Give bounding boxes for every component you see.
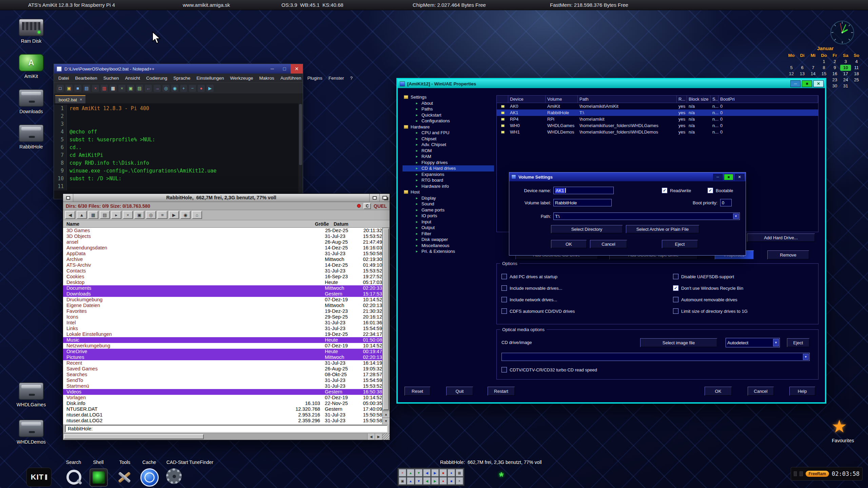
favourites-star-icon[interactable]: ★ bbox=[831, 416, 847, 436]
bootable-checkbox-row[interactable]: ✓ Bootable bbox=[708, 187, 733, 194]
tree-item[interactable]: Output bbox=[402, 225, 494, 231]
cd-image-select[interactable]: ▼ bbox=[501, 353, 810, 361]
column-header[interactable]: Datum bbox=[329, 220, 390, 227]
arranger-button[interactable]: ▣ bbox=[399, 477, 406, 485]
toolbar-icon[interactable]: ▦ bbox=[88, 211, 98, 219]
desktop-icon[interactable]: RabbitHole bbox=[12, 124, 51, 149]
resize-grip[interactable] bbox=[382, 433, 390, 440]
desktop-icon[interactable]: Ram Disk bbox=[12, 19, 51, 44]
arranger-button[interactable]: ■ bbox=[448, 477, 455, 485]
tree-item[interactable]: Chipset bbox=[402, 136, 494, 142]
panel-button-icon[interactable] bbox=[800, 471, 803, 476]
scrollbar-thumb[interactable] bbox=[383, 228, 389, 410]
search-icon[interactable] bbox=[65, 468, 83, 487]
desktop-icon[interactable]: WHDLDemos bbox=[12, 420, 51, 445]
file-row[interactable]: Searches 08-Okt-25 17:28:57 bbox=[63, 372, 382, 378]
read-write-checkbox-row[interactable]: ✓ Read/write bbox=[662, 187, 691, 194]
file-row[interactable]: Pictures Mittwoch 02:20:13 bbox=[63, 354, 382, 360]
option-checkbox-row[interactable]: ✓ Limit size of directory drives to 1G bbox=[673, 308, 748, 314]
cache-icon[interactable] bbox=[140, 468, 159, 487]
cancel-button[interactable]: Cancel bbox=[590, 240, 627, 248]
file-row[interactable]: Saved Games 26-Aug-25 19:05:32 bbox=[63, 366, 382, 372]
desktop-icon[interactable]: AmiKit bbox=[12, 54, 51, 79]
toolbar-icon[interactable]: □ bbox=[57, 85, 64, 92]
checkbox[interactable]: ✓ bbox=[501, 285, 507, 291]
file-row[interactable]: Druckumgebung 07-Dez-19 10:14:52 bbox=[63, 297, 382, 303]
volume-label-input[interactable]: RabbitHole bbox=[553, 199, 612, 206]
eject-button[interactable]: Eject bbox=[662, 240, 698, 248]
menu-item[interactable]: Werkzeuge bbox=[227, 76, 256, 81]
drive-row[interactable]: WH1 WHDLDemos \home\amikit\user_folders\… bbox=[497, 129, 818, 135]
file-row[interactable]: Desktop Heute 05:17:03 bbox=[63, 280, 382, 285]
tree-item[interactable]: Sound bbox=[402, 201, 494, 207]
menu-item[interactable]: Bearbeiten bbox=[72, 76, 100, 81]
toolbar-icon[interactable]: ▣ bbox=[134, 211, 144, 219]
boot-priority-input[interactable]: 0 bbox=[720, 199, 732, 206]
file-row[interactable]: ntuser.dat.LOG1 2.953.216 31-Jul-23 15:5… bbox=[63, 412, 382, 418]
toolbar-icon[interactable]: ▲ bbox=[77, 211, 87, 219]
toolbar-icon[interactable]: ≡ bbox=[157, 211, 167, 219]
toolbar-icon[interactable]: ◎ bbox=[162, 85, 170, 92]
file-row[interactable]: ntuser.dat.LOG2 2.359.296 31-Jul-23 15:5… bbox=[63, 418, 382, 424]
checkbox[interactable]: ✓ bbox=[501, 308, 507, 314]
menu-item[interactable]: Suchen bbox=[100, 76, 122, 81]
checkbox[interactable]: ✓ bbox=[662, 188, 667, 193]
file-row[interactable]: Documents Mittwoch 02:20:33 bbox=[63, 285, 382, 291]
close-icon[interactable]: ✕ bbox=[735, 174, 744, 180]
checkbox[interactable]: ✓ bbox=[673, 297, 678, 302]
tree-item[interactable]: Settings bbox=[402, 94, 494, 100]
minimize-icon[interactable]: ─ bbox=[713, 174, 723, 180]
scrollbar-thumb[interactable] bbox=[64, 434, 204, 439]
tree-item[interactable]: About bbox=[402, 100, 494, 106]
menu-item[interactable]: Datei bbox=[55, 76, 72, 81]
option-checkbox-row[interactable]: ✓ Include removable drives... bbox=[501, 285, 575, 291]
tree-item[interactable]: ROM bbox=[402, 148, 494, 154]
toolbar-icon[interactable]: ▣ bbox=[65, 85, 73, 92]
file-row[interactable]: Videos Gestern 16:50:38 bbox=[63, 389, 382, 395]
filemanager-titlebar[interactable]: RabbitHole, 662,7M frei, 2,3G benutzt, 7… bbox=[63, 194, 390, 202]
close-icon[interactable]: ✕ bbox=[813, 80, 824, 87]
tree-item[interactable]: Pri. & Extensions bbox=[402, 248, 494, 255]
file-row[interactable]: Music Heute 01:50:08 bbox=[63, 337, 382, 343]
menu-item[interactable]: Fenster bbox=[326, 76, 347, 81]
cancel-button[interactable]: Cancel bbox=[747, 386, 774, 396]
toolbar-icon[interactable]: ■ bbox=[74, 85, 81, 92]
toolbar-icon[interactable]: ◎ bbox=[146, 211, 156, 219]
checkbox[interactable]: ✓ bbox=[501, 274, 507, 279]
file-row[interactable]: Disk.info 16.103 22-Nov-25 05:00:35 bbox=[63, 401, 382, 406]
option-checkbox-row[interactable]: ✓ CDFS automount CD/DVD drives bbox=[501, 308, 575, 314]
file-row[interactable]: Lokale Einstellungen 19-Dez-25 22:34:17 bbox=[63, 331, 382, 337]
chevron-down-icon[interactable]: ▼ bbox=[803, 354, 809, 360]
turbo-cd-checkbox-row[interactable]: ✓ CDTV/CDTV-CR/CD32 turbo CD read speed bbox=[501, 366, 597, 373]
option-checkbox-row[interactable]: ✓ Automount removable drives bbox=[673, 296, 748, 303]
menu-item[interactable]: Codierung bbox=[143, 76, 170, 81]
tree-item[interactable]: Hardware bbox=[402, 124, 494, 130]
tree-item[interactable]: RAM bbox=[402, 154, 494, 160]
menu-item[interactable]: Plugins bbox=[304, 76, 325, 81]
zoom-gadget-icon[interactable] bbox=[369, 194, 379, 202]
file-row[interactable]: Anwendungsdaten 14-Dez-25 16:16:03 bbox=[63, 245, 382, 251]
file-row[interactable]: 3D Objects 31-Jul-23 15:53:52 bbox=[63, 233, 382, 239]
tree-item[interactable]: Disk swapper bbox=[402, 237, 494, 243]
drive-row[interactable]: AK0 AmiKit \home\amikit\AmiKit yes n/a n… bbox=[497, 103, 818, 109]
file-row[interactable]: SendTo 31-Jul-23 15:54:59 bbox=[63, 378, 382, 383]
scroll-down-icon[interactable]: ▼ bbox=[382, 418, 390, 424]
drawer-icon[interactable] bbox=[19, 54, 44, 72]
tree-item[interactable]: Floppy drives bbox=[402, 160, 494, 166]
tools-icon[interactable] bbox=[115, 468, 134, 487]
restart-button[interactable]: Restart bbox=[487, 386, 515, 396]
select-directory-button[interactable]: Select Directory bbox=[551, 225, 623, 233]
arranger-button[interactable]: ◀ bbox=[423, 477, 431, 485]
notepad-editor[interactable]: 1 rem AmiKit 12.8.3 - Pi 400 2 3 4 @echo… bbox=[54, 103, 303, 199]
horizontal-scrollbar[interactable]: ◀ ▶ bbox=[63, 433, 390, 440]
select-archive-button[interactable]: Select Archive or Plain File bbox=[626, 225, 699, 233]
panel-button-icon[interactable] bbox=[794, 471, 797, 476]
tree-item[interactable]: Host bbox=[402, 189, 494, 195]
drawer-icon[interactable] bbox=[19, 19, 44, 36]
tree-item[interactable]: Expansions bbox=[402, 171, 494, 178]
column-header[interactable] bbox=[497, 96, 508, 103]
toolbar-icon[interactable]: ▶ bbox=[206, 85, 214, 92]
toolbar-icon[interactable]: ⌂ bbox=[192, 211, 202, 219]
maximize-icon[interactable]: ■ bbox=[724, 174, 733, 180]
arranger-button[interactable]: ■ bbox=[439, 469, 447, 476]
